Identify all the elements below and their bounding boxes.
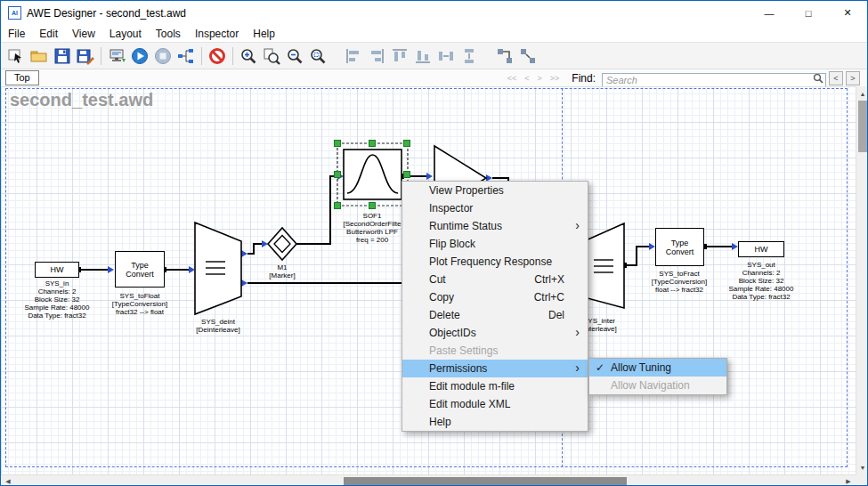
find-prev-button[interactable]: <	[829, 71, 843, 85]
scroll-down-icon[interactable]	[856, 462, 868, 473]
menu-file[interactable]: File	[1, 25, 32, 42]
wire-inter-tofract[interactable]	[624, 247, 650, 265]
scrollbar-corner	[856, 474, 868, 486]
menu-item-copy[interactable]: CopyCtrl+C	[402, 288, 588, 306]
caption-m1: M1[Marker]	[233, 263, 331, 279]
distribute-vertical-icon	[459, 46, 479, 66]
input-arrow-pin[interactable]	[732, 243, 738, 250]
zoom-page-button[interactable]	[260, 45, 283, 68]
minimize-button[interactable]: —	[750, 1, 789, 25]
maximize-button[interactable]: □	[789, 1, 828, 25]
tab-row: Top << < > >> Find: < >	[1, 69, 867, 86]
align-bottom-button[interactable]	[411, 45, 434, 68]
align-bottom-icon	[413, 46, 433, 66]
close-button[interactable]: ✕	[828, 1, 867, 25]
submenu-item-allow-tuning[interactable]: Allow Tuning	[589, 359, 726, 377]
distribute-vertical-button[interactable]	[458, 45, 481, 68]
find-next-button[interactable]: >	[846, 71, 860, 85]
save-icon	[53, 46, 72, 66]
scroll-right-icon[interactable]	[843, 475, 854, 486]
menu-item-help[interactable]: Help	[402, 413, 588, 431]
pointer-tool-button[interactable]	[4, 45, 28, 68]
deploy-button[interactable]	[105, 45, 128, 68]
h-scroll-thumb[interactable]	[344, 477, 627, 486]
align-right-button[interactable]	[365, 45, 388, 68]
zoom-out-button[interactable]	[283, 45, 306, 68]
find-label: Find:	[572, 72, 596, 85]
menu-item-view-properties[interactable]: View Properties	[402, 182, 588, 199]
menu-item-objectids[interactable]: ObjectIDs	[402, 324, 588, 342]
menu-item-plot-frequency-response[interactable]: Plot Frequency Response	[402, 253, 588, 271]
tab-top[interactable]: Top	[5, 70, 39, 85]
block-sys-tofract[interactable]: Type Convert	[655, 228, 704, 266]
align-top-button[interactable]	[388, 45, 411, 68]
halt-audio-icon	[207, 46, 227, 66]
horizontal-scrollbar[interactable]	[1, 474, 856, 486]
align-left-button[interactable]	[342, 45, 365, 68]
scroll-left-icon[interactable]	[3, 475, 13, 486]
save-as-button[interactable]	[74, 45, 97, 68]
block-sys-tofloat[interactable]: Type Convert	[115, 251, 165, 288]
stop-icon	[153, 46, 173, 66]
distribute-horizontal-button[interactable]	[434, 45, 458, 68]
route-auto-button[interactable]	[493, 45, 516, 68]
input-arrow-pin[interactable]	[426, 173, 433, 180]
scroll-up-icon[interactable]	[856, 88, 868, 99]
input-arrow-pin[interactable]	[108, 266, 114, 273]
app-window: AI AWE Designer - second_test.awd — □ ✕ …	[0, 0, 868, 486]
find-input[interactable]	[602, 73, 826, 87]
menu-item-permissions[interactable]: Permissions	[402, 360, 588, 377]
menu-item-edit-module-m-file[interactable]: Edit module m-file	[402, 377, 588, 395]
shortcut-label: Del	[548, 309, 580, 321]
caption-sys-deint: SYS_deint[Deinterleave]	[169, 318, 267, 334]
output-arrow-pin[interactable]	[241, 250, 247, 257]
block-sof1[interactable]	[344, 150, 402, 199]
menu-view[interactable]: View	[65, 25, 102, 42]
block-sys-in[interactable]: HW	[35, 262, 79, 278]
save-button[interactable]	[51, 45, 74, 68]
align-right-icon	[367, 46, 386, 66]
block-sys-out[interactable]: HW	[738, 241, 784, 257]
shortcut-label: Ctrl+C	[534, 291, 580, 304]
menu-help[interactable]: Help	[246, 25, 282, 42]
menu-edit[interactable]: Edit	[32, 25, 65, 42]
menu-layout[interactable]: Layout	[102, 25, 149, 42]
deploy-target-icon	[107, 46, 126, 66]
halt-audio-button[interactable]	[206, 45, 229, 68]
submenu-item-allow-navigation: Allow Navigation	[589, 377, 726, 394]
pointer-tool-icon	[6, 46, 26, 66]
menu-item-flip-block[interactable]: Flip Block	[402, 235, 588, 253]
zoom-selection-button[interactable]	[306, 45, 329, 68]
output-arrow-pin[interactable]	[241, 279, 247, 287]
find-forward-button[interactable]: >	[535, 74, 545, 83]
shortcut-label: Ctrl+X	[534, 273, 580, 286]
find-first-button[interactable]: <<	[505, 74, 520, 83]
menu-item-edit-module-xml[interactable]: Edit module XML	[402, 395, 588, 413]
menu-item-runtime-status[interactable]: Runtime Status	[402, 217, 588, 235]
menu-tools[interactable]: Tools	[149, 25, 188, 42]
menu-inspector[interactable]: Inspector	[188, 25, 246, 42]
app-logo-icon: AI	[8, 6, 21, 20]
input-arrow-pin[interactable]	[649, 243, 655, 250]
caption-sys-tofloat: SYS_toFloat[TypeConversion]fract32 --> f…	[91, 292, 189, 316]
align-top-icon	[390, 46, 410, 66]
input-arrow-pin[interactable]	[189, 266, 195, 273]
stop-button[interactable]	[151, 45, 174, 68]
route-auto-icon	[495, 46, 515, 66]
menu-item-delete[interactable]: DeleteDel	[402, 306, 588, 324]
search-icon	[813, 73, 823, 84]
find-back-button[interactable]: <	[522, 74, 531, 83]
block-m1-marker[interactable]	[268, 228, 296, 260]
route-direct-button[interactable]	[516, 45, 539, 68]
propagate-button[interactable]	[174, 45, 198, 68]
zoom-in-button[interactable]	[237, 45, 260, 68]
run-button[interactable]	[128, 45, 151, 68]
menu-item-inspector[interactable]: Inspector	[402, 199, 588, 217]
open-button[interactable]	[28, 45, 51, 68]
vertical-scrollbar[interactable]	[856, 86, 868, 474]
find-last-button[interactable]: >>	[548, 74, 563, 83]
window-title: AWE Designer - second_test.awd	[27, 7, 186, 20]
v-scroll-thumb[interactable]	[858, 101, 867, 152]
menu-item-cut[interactable]: CutCtrl+X	[402, 271, 588, 288]
route-direct-icon	[518, 46, 538, 66]
